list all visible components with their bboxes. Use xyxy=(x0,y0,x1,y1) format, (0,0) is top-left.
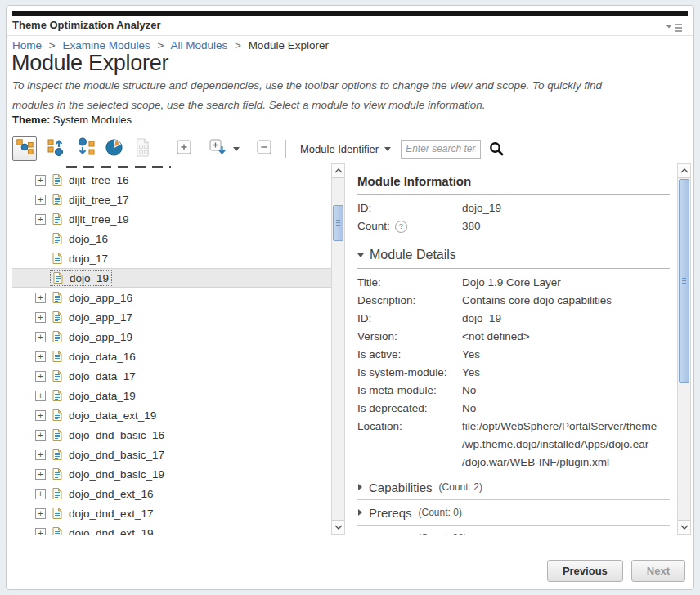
field-label: Description: xyxy=(357,292,462,310)
next-button[interactable]: Next xyxy=(631,560,685,582)
tree-item-label[interactable]: dijit_tree_16 xyxy=(69,174,129,186)
expand-all-dropdown-caret[interactable] xyxy=(233,147,240,151)
tree-row[interactable]: dojo_app_19 xyxy=(12,327,331,347)
show-parents-button[interactable] xyxy=(46,138,67,159)
previous-button[interactable]: Previous xyxy=(547,560,623,582)
breadcrumb-examine-modules[interactable]: Examine Modules xyxy=(62,39,150,51)
expand-plus-icon[interactable] xyxy=(35,195,46,205)
tree-row[interactable]: dojo_dnd_basic_16 xyxy=(12,425,331,445)
section-title: Module Details xyxy=(370,248,456,262)
expand-plus-icon[interactable] xyxy=(35,332,46,342)
expand-all-icon xyxy=(208,137,227,160)
tree-item-label[interactable]: dojo_app_19 xyxy=(69,331,132,343)
collapse-button[interactable] xyxy=(254,138,275,159)
module-details-section-header[interactable]: Module Details xyxy=(357,248,670,262)
prereqs-section-header[interactable]: Prereqs (Count: 0) xyxy=(357,503,670,521)
expand-plus-icon[interactable] xyxy=(35,410,46,421)
page-description: To inspect the module structure and depe… xyxy=(12,76,621,114)
tree-row[interactable]: dojo_dnd_basic_19 xyxy=(12,464,331,484)
tree-row[interactable]: dojo_app_16 xyxy=(12,288,331,307)
tree-row[interactable]: dojo_16 xyxy=(12,229,331,248)
scroll-down-button[interactable] xyxy=(332,520,344,534)
tree-view-button[interactable] xyxy=(12,136,37,161)
tree-row[interactable]: dojo_data_17 xyxy=(12,366,331,386)
tree-item-label[interactable]: dojo_dnd_ext_16 xyxy=(69,488,154,500)
expand-plus-icon[interactable] xyxy=(35,489,46,499)
tree-item-label[interactable]: dojo_dnd_ext_19 xyxy=(69,527,154,535)
tree-item-label[interactable]: dijit_tree_17 xyxy=(69,194,129,206)
show-children-button[interactable] xyxy=(74,138,96,159)
dropdown-menu-icon[interactable] xyxy=(665,21,683,31)
tree-item-label[interactable]: dojo_dnd_ext_17 xyxy=(69,508,154,520)
expand-plus-icon[interactable] xyxy=(35,351,46,362)
tree-row[interactable]: dijit_tree_17 xyxy=(12,190,331,209)
module-doc-icon xyxy=(51,311,64,324)
pie-chart-button[interactable] xyxy=(103,138,124,159)
tree-scrollbar[interactable] xyxy=(331,163,345,535)
expand-plus-icon[interactable] xyxy=(35,508,46,519)
capabilities-section-header[interactable]: Capabilities (Count: 2) xyxy=(357,478,670,496)
tree-item-label[interactable]: dojo_dnd_basic_16 xyxy=(69,429,164,441)
module-doc-icon xyxy=(51,468,64,481)
tree-row[interactable]: dojo_data_19 xyxy=(12,386,331,405)
tree-item-label[interactable]: dojo_data_16 xyxy=(69,351,136,363)
tree-item-label[interactable]: dojo_dnd_basic_17 xyxy=(69,449,164,461)
expand-plus-icon[interactable] xyxy=(35,469,46,480)
tree-row[interactable]: dojo_dnd_basic_17 xyxy=(12,445,331,464)
tree-row[interactable]: dijit_tree_19 xyxy=(12,209,331,229)
search-scope-dropdown[interactable]: Module Identifier xyxy=(300,143,391,155)
tree-item-label[interactable]: dijit_tree_19 xyxy=(69,213,129,226)
tree-item-label[interactable]: dojo_app_17 xyxy=(69,311,132,324)
expand-plus-icon[interactable] xyxy=(35,371,46,382)
details-scrollbar[interactable] xyxy=(677,163,691,535)
tree-row[interactable]: dojo_app_17 xyxy=(12,307,331,327)
tree-item-label[interactable]: dojo_19 xyxy=(70,272,109,284)
search-input[interactable] xyxy=(401,140,481,159)
help-icon[interactable] xyxy=(395,221,407,233)
expand-button[interactable] xyxy=(173,138,195,159)
search-button[interactable] xyxy=(488,141,505,157)
tree-row[interactable]: dojo_data_16 xyxy=(12,347,331,366)
tree-row[interactable]: dijit_tree_16 xyxy=(12,170,331,190)
parents-section-header[interactable]: Parents (Count: 36) xyxy=(357,529,670,535)
collapse-icon xyxy=(254,137,274,160)
scroll-up-button[interactable] xyxy=(332,164,344,178)
tree-row[interactable]: dojo_dnd_ext_17 xyxy=(12,503,331,523)
tree-scrollbar-thumb[interactable] xyxy=(333,205,343,241)
expand-all-button[interactable] xyxy=(207,138,240,159)
tree-item-label[interactable]: dojo_data_ext_19 xyxy=(69,409,156,422)
section-count: (Count: 36) xyxy=(418,532,467,535)
tree-item-label[interactable]: dojo_17 xyxy=(69,253,108,265)
tree-item-label[interactable]: dojo_data_19 xyxy=(69,390,136,402)
scroll-up-button[interactable] xyxy=(678,164,690,178)
expand-plus-icon[interactable] xyxy=(35,430,46,441)
details-scrollbar-thumb[interactable] xyxy=(679,179,689,383)
scroll-down-button[interactable] xyxy=(678,520,690,534)
breadcrumb-current: Module Explorer xyxy=(249,39,329,51)
tree-item-label[interactable]: dojo_app_16 xyxy=(69,292,132,304)
breadcrumb-home[interactable]: Home xyxy=(12,39,42,51)
tree-item-label[interactable]: dojo_data_17 xyxy=(69,370,136,382)
module-doc-icon xyxy=(51,212,64,226)
breadcrumb-all-modules[interactable]: All Modules xyxy=(170,39,227,51)
module-doc-icon xyxy=(51,526,64,535)
tree-row[interactable]: dojo_17 xyxy=(12,248,331,268)
theme-optimization-analyzer-screen: Theme Optimization Analyzer Home > Exami… xyxy=(0,0,700,595)
expand-plus-icon[interactable] xyxy=(35,450,46,460)
expand-plus-icon[interactable] xyxy=(35,528,46,535)
expand-plus-icon[interactable] xyxy=(35,293,46,303)
expand-plus-icon[interactable] xyxy=(35,175,46,186)
tree-row[interactable]: dojo_data_ext_19 xyxy=(12,405,331,425)
app-title: Theme Optimization Analyzer xyxy=(12,19,161,31)
tree-item-label[interactable]: dojo_16 xyxy=(69,233,108,245)
breadcrumb: Home > Examine Modules > All Modules > M… xyxy=(12,39,329,51)
expand-plus-icon[interactable] xyxy=(35,391,46,401)
expand-plus-icon[interactable] xyxy=(35,214,46,225)
expand-plus-icon[interactable] xyxy=(35,312,46,323)
tree-item-label[interactable]: dojo_dnd_basic_19 xyxy=(69,468,164,481)
field-label: Version: xyxy=(357,328,462,346)
tree-row-selected[interactable]: dojo_19 xyxy=(12,268,331,288)
tree-row[interactable]: dojo_dnd_ext_16 xyxy=(12,484,331,503)
tree-row[interactable]: dojo_dnd_ext_19 xyxy=(12,523,331,535)
module-doc-icon xyxy=(51,330,64,343)
